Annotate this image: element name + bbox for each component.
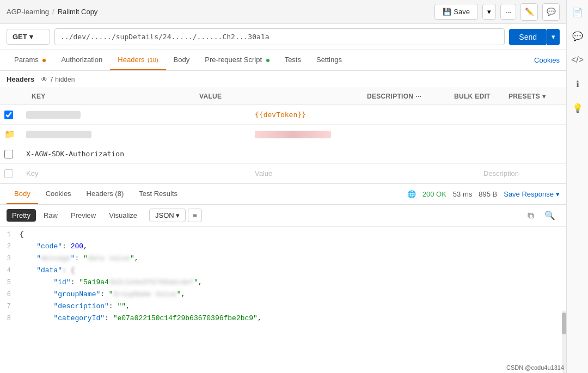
response-size: 895 B: [479, 190, 497, 198]
cookies-link[interactable]: Cookies: [534, 56, 560, 64]
response-tab-test-results[interactable]: Test Results: [131, 184, 185, 204]
row2-description[interactable]: [479, 131, 566, 138]
tab-headers[interactable]: Headers (10): [110, 50, 166, 70]
headers-section-header: Headers 👁 7 hidden: [0, 71, 566, 88]
format-tab-preview[interactable]: Preview: [65, 209, 101, 222]
sidebar-code-icon[interactable]: </>: [570, 52, 585, 68]
row3-value[interactable]: [250, 151, 479, 157]
placeholder-key[interactable]: Key: [22, 166, 250, 181]
save-icon: 💾: [443, 8, 451, 16]
row1-key[interactable]: [22, 108, 250, 122]
comment-icon-button[interactable]: 💬: [542, 3, 560, 21]
response-time: 53 ms: [453, 190, 472, 198]
format-tab-visualize[interactable]: Visualize: [103, 209, 143, 222]
row3-key[interactable]: X-AGW-SDK-Authorization: [22, 146, 250, 161]
save-response-button[interactable]: Save Response ▾: [504, 190, 560, 198]
row3-description[interactable]: [479, 151, 566, 157]
params-dot: [42, 59, 46, 62]
save-dropdown-button[interactable]: ▾: [482, 4, 496, 20]
row2-value-blurred: [255, 131, 331, 138]
format-tabs: Pretty Raw Preview Visualize JSON ▾ ≡ ⧉ …: [0, 205, 566, 227]
watermark: CSDN @codu4u1314: [506, 364, 564, 371]
response-tab-body[interactable]: Body: [7, 184, 38, 204]
code-line-5: 5 "id": "5a19a43b2c1d4e5f6789abcdef",: [0, 277, 566, 289]
right-sidebar: 📄 💬 </> ℹ 💡: [566, 0, 588, 373]
header-row-1: {{devToken}}: [0, 105, 566, 125]
row1-value-text: {{devToken}}: [255, 111, 306, 119]
save-button[interactable]: 💾 Save: [434, 4, 478, 20]
method-dropdown-icon: ▾: [29, 33, 33, 41]
top-bar: AGP-learning / Ralimit Copy 💾 Save ▾ ···…: [0, 0, 566, 24]
project-name: AGP-learning: [7, 8, 49, 16]
placeholder-checkbox-cell[interactable]: [0, 166, 22, 181]
response-status-bar: 🌐 200 OK 53 ms 895 B Save Response ▾: [407, 190, 560, 198]
sidebar-info-icon[interactable]: ℹ: [570, 76, 585, 91]
col-presets[interactable]: Presets ▾: [505, 90, 560, 102]
hidden-badge: 👁 7 hidden: [41, 76, 75, 83]
search-icon[interactable]: 🔍: [540, 208, 560, 223]
more-options-button[interactable]: ···: [500, 4, 516, 20]
tab-params[interactable]: Params: [7, 50, 53, 70]
status-200: 200 OK: [422, 190, 446, 198]
row3-checkbox-cell[interactable]: [0, 146, 22, 162]
response-tab-headers[interactable]: Headers (8): [79, 184, 132, 204]
code-line-6: 6 "groupName": "GroupName Value",: [0, 289, 566, 301]
code-line-1: 1 {: [0, 229, 566, 241]
send-dropdown-button[interactable]: ▾: [547, 29, 560, 45]
code-line-7: 7 "description": "",: [0, 301, 566, 313]
top-bar-actions: 💾 Save ▾ ··· ✏️ 💬: [434, 3, 560, 21]
row2-value[interactable]: [250, 127, 479, 142]
edit-icon-button[interactable]: ✏️: [520, 3, 538, 21]
row1-checkbox[interactable]: [4, 111, 13, 119]
sidebar-chat-icon[interactable]: 💬: [570, 28, 585, 44]
col-checkbox: [7, 90, 28, 102]
code-line-4: 4 "data": {: [0, 265, 566, 277]
folder-icon: 📁: [4, 129, 15, 139]
format-tab-raw[interactable]: Raw: [38, 209, 63, 222]
code-line-3: 3 "message": "data value",: [0, 253, 566, 265]
header-row-2: 📁: [0, 125, 566, 144]
send-button[interactable]: Send: [509, 29, 547, 45]
url-bar: GET ▾ Send ▾: [0, 24, 566, 50]
row2-key[interactable]: [22, 127, 250, 142]
row2-key-blurred: [26, 131, 91, 138]
wrap-lines-icon[interactable]: ≡: [188, 209, 202, 222]
row3-key-text: X-AGW-SDK-Authorization: [26, 150, 124, 158]
placeholder-value[interactable]: Value: [250, 166, 479, 181]
placeholder-row: Key Value Description: [0, 164, 566, 184]
pre-request-dot: [266, 59, 270, 62]
eye-icon: 👁: [41, 76, 47, 83]
headers-badge: (10): [148, 57, 158, 63]
tab-tests[interactable]: Tests: [277, 50, 309, 70]
tab-authorization[interactable]: Authorization: [53, 50, 110, 70]
code-area[interactable]: 1 { 2 "code": 200, 3 "message": "data va…: [0, 227, 566, 373]
method-select[interactable]: GET ▾: [7, 29, 50, 45]
placeholder-description[interactable]: Description: [479, 166, 566, 181]
code-line-2: 2 "code": 200,: [0, 241, 566, 253]
sidebar-light-icon[interactable]: 💡: [570, 100, 585, 115]
row2-folder-cell[interactable]: 📁: [0, 126, 22, 143]
row1-description[interactable]: [479, 112, 566, 118]
col-description: DESCRIPTION ···: [364, 90, 451, 102]
request-tabs: Params Authorization Headers (10) Body P…: [0, 50, 566, 71]
response-tabs: Body Cookies Headers (8) Test Results 🌐 …: [0, 184, 566, 205]
url-input[interactable]: [54, 28, 505, 45]
method-label: GET: [13, 33, 27, 41]
tab-settings[interactable]: Settings: [309, 50, 350, 70]
tab-pre-request-script[interactable]: Pre-request Script: [197, 50, 277, 70]
format-json-select[interactable]: JSON ▾: [149, 209, 186, 222]
scrollbar-thumb[interactable]: [562, 313, 566, 334]
format-tab-pretty[interactable]: Pretty: [7, 209, 36, 222]
globe-icon: 🌐: [407, 190, 416, 198]
row3-checkbox[interactable]: [4, 150, 13, 158]
tab-body[interactable]: Body: [166, 50, 198, 70]
col-bulk-edit[interactable]: Bulk Edit: [451, 90, 505, 102]
copy-icon[interactable]: ⧉: [523, 209, 538, 223]
response-tab-cookies[interactable]: Cookies: [38, 184, 79, 204]
row1-checkbox-cell[interactable]: [0, 107, 22, 123]
col-key: KEY: [28, 90, 196, 102]
row1-key-blurred: [26, 111, 81, 119]
sidebar-file-icon[interactable]: 📄: [570, 4, 585, 20]
row1-value[interactable]: {{devToken}}: [250, 107, 479, 122]
scrollbar-track: [562, 310, 566, 373]
